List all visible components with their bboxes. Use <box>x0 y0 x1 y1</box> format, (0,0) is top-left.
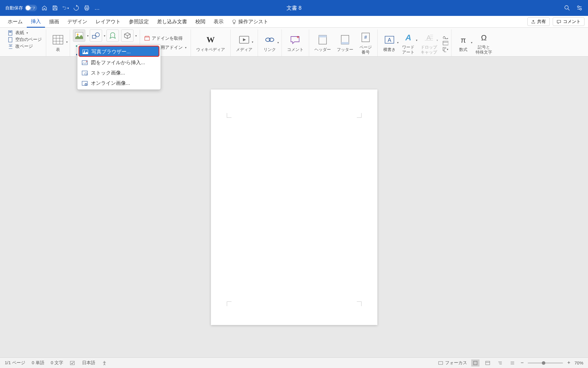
print-layout-view-icon[interactable] <box>471 359 479 367</box>
tab-draw[interactable]: 描画 <box>45 16 63 28</box>
status-chars[interactable]: 0 文字 <box>51 360 64 366</box>
group-comment: コメント <box>282 29 309 56</box>
save-icon[interactable] <box>52 5 58 11</box>
tab-home[interactable]: ホーム <box>4 16 27 28</box>
focus-icon[interactable]: フォーカス <box>438 360 467 366</box>
svg-text:A: A <box>405 33 411 42</box>
tab-mailings[interactable]: 差し込み文書 <box>153 16 191 28</box>
ribbon-options-icon[interactable] <box>576 5 583 11</box>
undo-icon[interactable]: ▾ <box>62 5 69 11</box>
dropdown-item-photo-browser[interactable]: 写真ブラウザー... <box>79 47 159 57</box>
header-button[interactable]: ヘッダー <box>312 32 333 53</box>
svg-rect-10 <box>9 32 11 32</box>
dropdown-item-stock-images[interactable]: ストック画像... <box>77 68 161 78</box>
footer-button[interactable]: フッター <box>334 32 356 53</box>
tab-insert[interactable]: 挿入 <box>27 16 45 28</box>
zoom-level[interactable]: 70% <box>574 360 583 365</box>
pictures-dropdown: 写真ブラウザー... 図をファイルから挿入... ストック画像... オンライン… <box>77 44 161 90</box>
svg-rect-67 <box>439 362 443 364</box>
autosave-label: 自動保存 <box>5 5 23 11</box>
page-break-icon <box>8 44 14 49</box>
status-words[interactable]: 0 単語 <box>32 360 44 366</box>
new-comment-button[interactable]: コメント <box>285 32 306 53</box>
svg-point-3 <box>565 6 568 9</box>
svg-rect-36 <box>319 35 327 37</box>
tab-references[interactable]: 参照設定 <box>125 16 153 28</box>
search-icon[interactable] <box>564 5 570 11</box>
more-icon[interactable]: … <box>94 5 101 11</box>
spellcheck-icon[interactable] <box>70 361 76 365</box>
accessibility-icon[interactable] <box>102 361 107 365</box>
print-icon[interactable] <box>84 5 90 11</box>
margin-guide <box>357 301 362 306</box>
svg-text:A: A <box>388 37 391 43</box>
dropdown-item-from-file[interactable]: 図をファイルから挿入... <box>77 57 161 68</box>
pictures-button[interactable]: ▾ <box>73 29 89 42</box>
dropdown-item-online-pictures[interactable]: オンライン画像... <box>77 78 161 88</box>
equation-button[interactable]: π▾ 数式 <box>454 32 472 53</box>
textbox-icon: A▾ <box>383 34 396 46</box>
icons-icon <box>106 29 119 42</box>
date-time-icon[interactable] <box>442 40 448 46</box>
margin-guide <box>227 113 231 118</box>
textbox-button[interactable]: A▾ 横書き <box>381 32 398 53</box>
svg-rect-38 <box>341 42 349 44</box>
tab-design[interactable]: デザイン <box>63 16 91 28</box>
autosave-toggle[interactable]: 自動保存 オフ <box>5 5 37 11</box>
media-button[interactable]: ▾ メディア <box>234 32 255 53</box>
comments-button[interactable]: コメント <box>553 17 584 26</box>
link-button[interactable]: ▾ リンク <box>261 32 279 53</box>
object-icon[interactable]: ▾ <box>442 47 448 52</box>
svg-point-60 <box>85 73 87 75</box>
svg-text:Ω: Ω <box>481 33 487 42</box>
tab-view[interactable]: 表示 <box>209 16 228 28</box>
group-link: ▾ リンク <box>258 29 282 56</box>
zoom-out-button[interactable]: − <box>521 360 524 366</box>
toggle-switch[interactable]: オフ <box>25 5 37 11</box>
svg-point-57 <box>84 51 85 52</box>
table-icon: ▾ <box>52 34 64 46</box>
blank-page-button[interactable]: 空白のページ <box>6 36 43 43</box>
equation-icon: π▾ <box>457 34 469 46</box>
3d-models-button[interactable]: ▾ <box>121 29 137 42</box>
svg-point-6 <box>580 8 582 10</box>
page-break-button[interactable]: 改ページ <box>6 43 43 50</box>
online-pictures-icon <box>81 81 88 86</box>
signature-icon[interactable] <box>442 34 448 39</box>
group-symbols: π▾ 数式 Ω 記号と 特殊文字 <box>452 29 497 56</box>
svg-text:π: π <box>461 36 466 44</box>
zoom-slider[interactable] <box>528 362 563 364</box>
tell-me[interactable]: 操作アシスト <box>228 16 272 28</box>
page[interactable] <box>211 89 377 325</box>
home-icon[interactable] <box>41 5 48 11</box>
stock-images-icon <box>81 70 88 76</box>
dropcap-button[interactable]: A▾ ドロップ キャップ <box>418 30 439 56</box>
page-number-button[interactable]: # ページ 番号 <box>357 30 374 56</box>
svg-rect-12 <box>53 35 63 44</box>
get-addins-button[interactable]: アドインを取得 <box>143 35 188 42</box>
svg-rect-1 <box>85 7 89 9</box>
photo-browser-icon <box>82 49 89 54</box>
wikipedia-button[interactable]: W ウィキペディア <box>194 32 227 53</box>
table-button[interactable]: ▾ 表 <box>49 32 67 53</box>
cover-page-button[interactable]: 表紙▾ <box>6 29 43 36</box>
tab-layout[interactable]: レイアウト <box>91 16 125 28</box>
new-comment-icon <box>289 34 302 46</box>
web-layout-view-icon[interactable] <box>484 359 492 367</box>
wordart-button[interactable]: A▾ ワード アート <box>399 30 417 56</box>
document-canvas[interactable] <box>0 57 588 357</box>
redo-icon[interactable] <box>73 5 79 11</box>
outline-view-icon[interactable] <box>496 359 504 367</box>
symbol-button[interactable]: Ω 記号と 特殊文字 <box>473 30 494 56</box>
zoom-in-button[interactable]: + <box>567 360 570 366</box>
share-button[interactable]: 共有 <box>527 17 550 26</box>
shapes-button[interactable]: ▾ <box>90 29 105 42</box>
wikipedia-icon: W <box>204 34 217 46</box>
tab-review[interactable]: 校閲 <box>191 16 209 28</box>
link-icon: ▾ <box>264 34 276 46</box>
draft-view-icon[interactable] <box>508 359 517 367</box>
status-language[interactable]: 日本語 <box>82 360 95 366</box>
icons-button[interactable] <box>106 29 120 42</box>
status-page[interactable]: 1/1 ページ <box>5 360 25 366</box>
footer-icon <box>339 34 351 46</box>
